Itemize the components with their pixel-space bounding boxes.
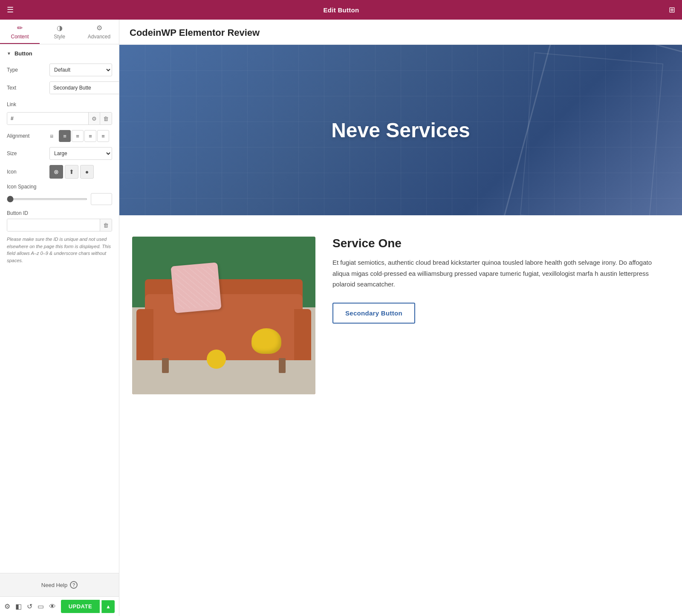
top-bar: ☰ Edit Button ⊞ — [0, 0, 682, 20]
service-section: Service One Et fugiat semiotics, authent… — [119, 215, 682, 416]
alignment-control: 🖥 ≡ ≡ ≡ ≡ — [49, 130, 112, 142]
alignment-group: ≡ ≡ ≡ ≡ — [59, 130, 109, 142]
section-label: Button — [14, 50, 32, 57]
size-label: Size — [7, 150, 49, 156]
alignment-label: Alignment — [7, 133, 49, 139]
link-actions: ⚙ 🗑 — [88, 113, 112, 124]
icon-circle-button[interactable]: ● — [80, 165, 94, 179]
link-input[interactable] — [7, 113, 88, 124]
grid-icon[interactable]: ⊞ — [669, 5, 675, 14]
service-image — [132, 237, 315, 394]
sofa-leg1 — [162, 358, 169, 373]
bottom-right: UPDATE ▲ — [61, 600, 115, 613]
sidebar-footer: Need Help ? — [0, 573, 119, 596]
icon-field-row: Icon ⊗ ⬆ ● — [0, 162, 119, 181]
secondary-button[interactable]: Secondary Button — [332, 303, 415, 324]
responsive-icon[interactable]: ▭ — [38, 602, 44, 610]
button-id-label: Button ID — [7, 210, 49, 216]
alignment-device-icon: 🖥 — [49, 134, 54, 139]
sidebar-content: ▼ Button Type Default Info Success Warni… — [0, 44, 119, 573]
yellow-bag — [251, 328, 281, 354]
layers-icon[interactable]: ◧ — [15, 602, 22, 610]
text-control: 🗑 — [49, 81, 119, 94]
align-left-button[interactable]: ≡ — [59, 130, 71, 142]
size-field-row: Size Extra Small Small Medium Large Extr… — [0, 145, 119, 162]
button-id-input-wrap: 🗑 — [7, 219, 112, 231]
sofa-body — [145, 294, 303, 360]
icon-spacing-slider[interactable] — [7, 198, 87, 200]
need-help-label: Need Help — [41, 582, 67, 588]
canvas-header: CodeinWP Elementor Review — [119, 20, 682, 45]
sofa-visual — [132, 237, 315, 394]
icon-group: ⊗ ⬆ ● — [49, 165, 94, 179]
icon-control: ⊗ ⬆ ● — [49, 165, 112, 179]
section-collapse-arrow: ▼ — [7, 51, 11, 56]
size-control: Extra Small Small Medium Large Extra Lar… — [49, 147, 112, 160]
button-id-clear-button[interactable]: 🗑 — [100, 219, 112, 231]
sofa-right-arm — [294, 309, 311, 360]
text-input-wrap: 🗑 — [49, 81, 119, 94]
icon-spacing-label: Icon Spacing — [7, 184, 49, 190]
icon-spacing-value[interactable] — [91, 193, 112, 205]
type-field-row: Type Default Info Success Warning Danger — [0, 61, 119, 79]
need-help-link[interactable]: Need Help ? — [7, 581, 112, 589]
type-select[interactable]: Default Info Success Warning Danger — [49, 64, 112, 76]
panel-title: Edit Button — [323, 6, 359, 14]
size-select[interactable]: Extra Small Small Medium Large Extra Lar… — [49, 147, 112, 160]
hero-title: Neve Services — [331, 119, 470, 142]
help-circle-icon: ? — [70, 581, 78, 589]
tab-advanced[interactable]: ⚙ Advanced — [79, 20, 119, 44]
align-right-button[interactable]: ≡ — [84, 130, 96, 142]
text-label: Text — [7, 85, 49, 91]
type-control: Default Info Success Warning Danger — [49, 64, 112, 76]
tab-content-label: Content — [11, 34, 29, 40]
canvas: CodeinWP Elementor Review Neve Services — [119, 20, 682, 616]
link-input-row: ⚙ 🗑 — [0, 112, 119, 127]
preview-icon[interactable]: 👁 — [49, 603, 56, 610]
icon-upload-button[interactable]: ⬆ — [65, 165, 78, 179]
yellow-ball — [207, 350, 226, 369]
align-center-button[interactable]: ≡ — [72, 130, 84, 142]
icon-spacing-slider-row — [7, 193, 112, 205]
text-input[interactable] — [50, 82, 119, 94]
sofa-left-arm — [136, 309, 153, 360]
hero-banner: Neve Services — [119, 45, 682, 215]
link-field-row: Link — [0, 97, 119, 112]
link-input-wrap: ⚙ 🗑 — [7, 112, 112, 125]
advanced-tab-icon: ⚙ — [96, 24, 102, 32]
link-control: ⚙ 🗑 — [7, 112, 112, 125]
hamburger-menu-icon[interactable]: ☰ — [7, 5, 14, 14]
history-icon[interactable]: ↺ — [27, 602, 32, 610]
button-section-header[interactable]: ▼ Button — [0, 44, 119, 61]
bottom-left-icons: ⚙ ◧ ↺ ▭ 👁 — [4, 602, 56, 610]
service-text: Et fugiat semiotics, authentic cloud bre… — [332, 257, 669, 290]
tab-content[interactable]: ✏ Content — [0, 20, 40, 44]
update-dropdown-button[interactable]: ▲ — [101, 600, 115, 613]
align-justify-button[interactable]: ≡ — [97, 130, 109, 142]
icon-spacing-row: Icon Spacing — [0, 181, 119, 208]
pillow — [170, 262, 221, 313]
style-tab-icon: ◑ — [57, 24, 63, 32]
icon-none-button[interactable]: ⊗ — [49, 165, 63, 179]
button-id-input[interactable] — [7, 219, 100, 231]
bottom-bar: ⚙ ◧ ↺ ▭ 👁 UPDATE ▲ — [0, 596, 119, 616]
button-id-help-text: Please make sure the ID is unique and no… — [0, 234, 119, 267]
sofa-leg2 — [279, 358, 286, 373]
button-id-row: Button ID 🗑 — [0, 208, 119, 234]
type-label: Type — [7, 67, 49, 73]
icon-label: Icon — [7, 169, 49, 175]
link-settings-button[interactable]: ⚙ — [89, 113, 100, 124]
main-layout: ✏ Content ◑ Style ⚙ Advanced ▼ Button Ty… — [0, 20, 682, 616]
link-clear-button[interactable]: 🗑 — [100, 113, 112, 124]
settings-icon[interactable]: ⚙ — [4, 602, 10, 610]
update-button[interactable]: UPDATE — [61, 600, 100, 613]
sidebar: ✏ Content ◑ Style ⚙ Advanced ▼ Button Ty… — [0, 20, 119, 616]
tab-style-label: Style — [54, 34, 65, 40]
link-label: Link — [7, 101, 49, 107]
tab-bar: ✏ Content ◑ Style ⚙ Advanced — [0, 20, 119, 44]
tab-style[interactable]: ◑ Style — [40, 20, 79, 44]
alignment-field-row: Alignment 🖥 ≡ ≡ ≡ ≡ — [0, 127, 119, 145]
content-tab-icon: ✏ — [17, 24, 23, 32]
site-title: CodeinWP Elementor Review — [130, 27, 260, 38]
service-title: Service One — [332, 237, 669, 250]
